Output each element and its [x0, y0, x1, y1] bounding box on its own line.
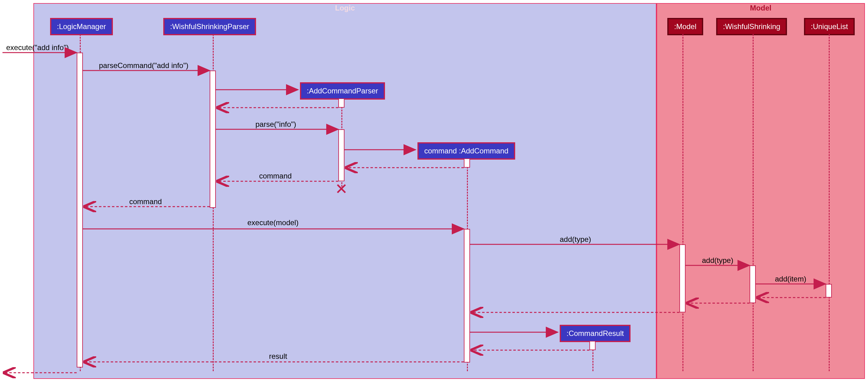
participant-unique-list: :UniqueList — [804, 18, 855, 35]
participant-model: :Model — [667, 18, 703, 35]
activation-command-result — [589, 341, 596, 350]
msg-parse-command: parseCommand("add info") — [99, 61, 188, 70]
activation-add-command-parser-1 — [338, 98, 344, 108]
activation-add-command-1 — [464, 158, 470, 168]
msg-return-command-1: command — [259, 172, 291, 180]
msg-add-type-2: add(type) — [702, 256, 733, 265]
msg-result: result — [269, 352, 287, 361]
model-frame-title: Model — [744, 3, 777, 13]
msg-parse-info: parse("info") — [255, 120, 296, 129]
participant-command-result: :CommandResult — [560, 325, 630, 342]
participant-wishful-shrinking: :WishfulShrinking — [716, 18, 787, 35]
msg-execute-model: execute(model) — [247, 218, 299, 227]
lifeline-wishful-shrinking — [753, 34, 753, 371]
participant-logic-manager: :LogicManager — [50, 18, 113, 35]
participant-wishful-parser: :WishfulShrinkingParser — [163, 18, 256, 35]
participant-add-command: command :AddCommand — [417, 142, 515, 159]
activation-logic-manager — [77, 53, 83, 368]
activation-wishful-shrinking — [750, 265, 756, 303]
lifeline-unique-list — [829, 34, 830, 371]
msg-execute-add-info: execute("add info") — [6, 43, 69, 52]
msg-add-type-1: add(type) — [560, 235, 591, 244]
participant-add-command-parser: :AddCommandParser — [300, 82, 385, 99]
activation-unique-list — [826, 284, 832, 298]
activation-add-command-2 — [464, 229, 470, 362]
lifeline-model — [682, 34, 683, 371]
activation-add-command-parser-2 — [338, 129, 344, 181]
logic-frame-title: Logic — [329, 3, 361, 13]
activation-model — [679, 244, 686, 313]
msg-return-command-2: command — [129, 197, 162, 206]
msg-add-item: add(item) — [775, 275, 806, 283]
model-frame: Model — [656, 3, 865, 379]
activation-wishful-parser — [210, 70, 216, 208]
destroy-icon — [336, 183, 347, 194]
